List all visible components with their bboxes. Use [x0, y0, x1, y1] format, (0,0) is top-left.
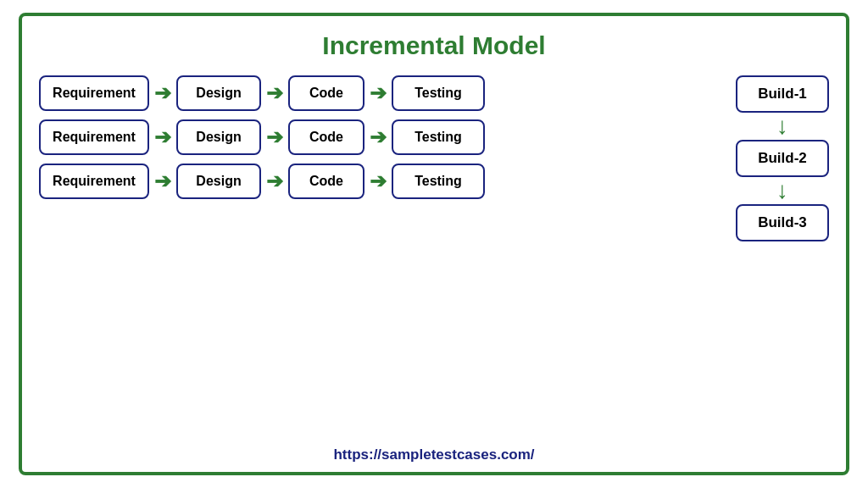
- flow-steps-2: Requirement ➔ Design ➔ Code ➔ Testing: [39, 119, 719, 155]
- requirement-box-3: Requirement: [39, 164, 149, 199]
- arrow-right-3-3: ➔: [370, 171, 387, 191]
- arrow-right-1-1: ➔: [154, 83, 171, 103]
- flow-steps-1: Requirement ➔ Design ➔ Code ➔ Testing: [39, 75, 719, 111]
- design-box-2: Design: [176, 119, 261, 155]
- diagram-title: Incremental Model: [322, 31, 545, 60]
- arrow-right-1-2: ➔: [266, 83, 283, 103]
- requirement-box-1: Requirement: [39, 75, 149, 111]
- diagram-container: Incremental Model Requirement ➔ Design ➔…: [19, 13, 849, 475]
- row-2: Requirement ➔ Design ➔ Code ➔ Testing: [39, 119, 719, 155]
- build-box-3: Build-3: [736, 204, 829, 241]
- build-box-2: Build-2: [736, 140, 829, 177]
- code-box-3: Code: [288, 164, 364, 199]
- code-box-1: Code: [288, 75, 364, 111]
- builds-column: Build-1↓Build-2↓Build-3: [736, 75, 829, 241]
- arrow-right-3-1: ➔: [154, 171, 171, 191]
- arrow-down-1: ↓: [776, 113, 788, 140]
- arrow-right-2-2: ➔: [266, 127, 283, 147]
- footer-url[interactable]: https://sampletestcases.com/: [333, 446, 534, 463]
- requirement-box-2: Requirement: [39, 119, 149, 155]
- testing-box-1: Testing: [392, 75, 485, 111]
- testing-box-2: Testing: [392, 119, 485, 155]
- testing-box-3: Testing: [392, 164, 485, 199]
- diagram-wrapper: Requirement ➔ Design ➔ Code ➔ Testing Re…: [39, 75, 829, 440]
- row-3: Requirement ➔ Design ➔ Code ➔ Testing: [39, 164, 719, 199]
- code-box-2: Code: [288, 119, 364, 155]
- arrow-right-2-1: ➔: [154, 127, 171, 147]
- arrow-down-2: ↓: [776, 177, 788, 204]
- diagram-area: Requirement ➔ Design ➔ Code ➔ Testing Re…: [39, 75, 829, 440]
- build-box-1: Build-1: [736, 75, 829, 113]
- rows-container: Requirement ➔ Design ➔ Code ➔ Testing Re…: [39, 75, 719, 199]
- arrow-right-3-2: ➔: [266, 171, 283, 191]
- row-1: Requirement ➔ Design ➔ Code ➔ Testing: [39, 75, 719, 111]
- arrow-right-2-3: ➔: [370, 127, 387, 147]
- design-box-3: Design: [176, 164, 261, 199]
- flow-steps-3: Requirement ➔ Design ➔ Code ➔ Testing: [39, 164, 719, 199]
- design-box-1: Design: [176, 75, 261, 111]
- arrow-right-1-3: ➔: [370, 83, 387, 103]
